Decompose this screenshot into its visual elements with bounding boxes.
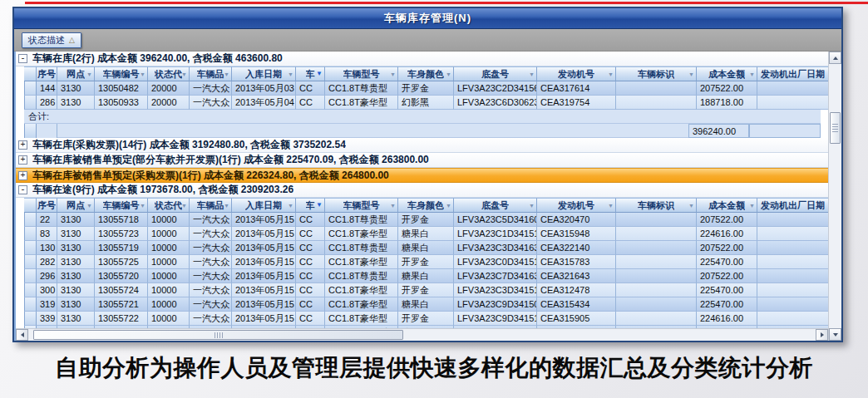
table-cell[interactable]: 2013年05月15 [232, 227, 296, 241]
table-cell[interactable]: 224616.00 [697, 312, 757, 326]
table-cell[interactable]: 2013年05月15 [232, 213, 296, 227]
table-cell[interactable]: 13055722 [95, 312, 148, 326]
table-row[interactable]: 28231301305572510000一汽大众2013年05月15CCCC1.… [24, 255, 828, 269]
table-cell[interactable]: 2013年05月03 [232, 81, 296, 96]
table-cell[interactable]: 3130 [57, 213, 95, 227]
vertical-scroll-track[interactable] [829, 64, 841, 328]
table-cell[interactable]: 一汽大众 [190, 269, 232, 283]
table-cell[interactable]: 20000 [148, 96, 190, 110]
table-cell[interactable]: 一汽大众 [190, 81, 232, 96]
column-header-3[interactable]: 状态代▼ [148, 198, 190, 213]
horizontal-scrollbar[interactable] [16, 328, 828, 341]
horizontal-scroll-thumb[interactable] [33, 330, 403, 340]
column-header-11[interactable]: 车辆标识▼ [616, 198, 697, 213]
table-cell[interactable]: LFV3A23C5D341609 [454, 213, 537, 227]
table-cell[interactable]: 225470.00 [697, 255, 757, 269]
vertical-scroll-thumb[interactable] [830, 112, 841, 144]
table-cell[interactable]: 10000 [148, 312, 190, 326]
row-selector[interactable] [24, 241, 37, 255]
filter-icon[interactable]: ▼ [529, 71, 535, 77]
row-selector[interactable] [24, 283, 37, 297]
table-cell[interactable]: 13055719 [95, 241, 148, 255]
column-header-5[interactable]: 入库日期▼ [232, 198, 296, 213]
group-row-purchase-invoice[interactable]: + 车辆在库(采购发票)(14行) 成本金额 3192480.80, 含税金额 … [16, 138, 828, 153]
table-cell[interactable]: 3130 [57, 269, 95, 283]
table-cell[interactable]: 225470.00 [697, 297, 757, 312]
table-cell[interactable]: 10000 [148, 255, 190, 269]
table-cell[interactable]: 13050482 [95, 81, 148, 96]
table-cell[interactable]: 188718.00 [697, 96, 757, 110]
table-cell[interactable] [616, 96, 697, 110]
table-cell[interactable]: CC1.8T尊贵型 [325, 269, 398, 283]
table-cell[interactable]: 3130 [57, 312, 95, 326]
filter-icon[interactable]: ▼ [316, 202, 323, 209]
table-cell[interactable]: LFV3A23C1D341515 [454, 227, 537, 241]
table-cell[interactable]: 224616.00 [697, 227, 757, 241]
row-selector[interactable] [24, 213, 37, 227]
table-cell[interactable]: 296 [37, 269, 57, 283]
filter-icon[interactable]: ▼ [181, 203, 187, 209]
filter-icon[interactable]: ▼ [288, 71, 293, 77]
table-cell[interactable]: 一汽大众 [190, 255, 232, 269]
table-cell[interactable]: 3130 [57, 241, 95, 255]
table-cell[interactable]: LFV3A23C9D341510 [454, 312, 537, 326]
collapse-icon[interactable]: - [18, 54, 27, 63]
table-row[interactable]: 31931301305572110000一汽大众2013年05月15CCCC1.… [24, 297, 828, 312]
collapse-icon[interactable]: - [18, 185, 27, 194]
filter-icon[interactable]: ▼ [390, 71, 396, 77]
column-header-10[interactable]: 发动机号▼ [537, 66, 616, 81]
filter-icon[interactable]: ▼ [529, 203, 535, 209]
table-cell[interactable]: 83 [37, 227, 57, 241]
table-row[interactable]: 2231301305571810000一汽大众2013年05月15CCCC1.8… [24, 213, 828, 227]
filter-icon[interactable]: ▼ [688, 203, 694, 209]
table-cell[interactable]: 10000 [148, 213, 190, 227]
table-cell[interactable]: 2013年05月04 [232, 96, 296, 110]
filter-icon[interactable]: ▼ [86, 71, 92, 77]
table-cell[interactable]: LFV3A23C7D341634 [454, 269, 537, 283]
table-cell[interactable]: CEA317614 [537, 81, 616, 96]
table-cell[interactable]: 130 [37, 241, 57, 255]
group-row-reserved-invoice-selected[interactable]: + 车辆在库被销售单预定(采购发票)(1行) 成本金额 226324.80, 含… [16, 168, 828, 183]
table-cell[interactable]: 2013年05月15 [232, 297, 296, 312]
column-header-1[interactable]: 网点▼ [57, 198, 95, 213]
table-cell[interactable]: 319 [37, 297, 57, 312]
table-cell[interactable]: 13055718 [95, 213, 148, 227]
table-cell[interactable]: 一汽大众 [190, 312, 232, 326]
table-cell[interactable]: 2013年05月15 [232, 241, 296, 255]
table-cell[interactable]: CC [296, 227, 325, 241]
column-header-7[interactable]: 车辆型号▼ [325, 66, 398, 81]
filter-icon[interactable]: ▼ [446, 71, 451, 77]
table-cell[interactable]: 开罗金 [398, 312, 454, 326]
table-cell[interactable]: 10000 [148, 297, 190, 312]
table-cell[interactable]: CC [296, 297, 325, 312]
table-cell[interactable]: LFV3A23C2D341561 [454, 81, 537, 96]
table-cell[interactable]: 2013年05月15 [232, 283, 296, 297]
table-cell[interactable]: CC [296, 312, 325, 326]
table-cell[interactable]: CC [296, 81, 325, 96]
table-cell[interactable] [616, 255, 697, 269]
filter-icon[interactable]: ▼ [86, 203, 92, 209]
table-cell[interactable]: CC1.8T尊贵型 [325, 241, 398, 255]
column-header-4[interactable]: 车辆品▼ [190, 66, 232, 81]
table-cell[interactable]: 10000 [148, 227, 190, 241]
table-cell[interactable]: 207522.00 [697, 241, 757, 255]
table-cell[interactable]: CC [296, 96, 325, 110]
column-header-0[interactable]: 序号 [37, 198, 57, 213]
table-cell[interactable]: 13050933 [95, 96, 148, 110]
table-cell[interactable]: 糖果白 [398, 241, 454, 255]
table-cell[interactable] [616, 283, 697, 297]
column-header-6[interactable]: 车▼ [296, 66, 325, 81]
table-cell[interactable]: 300 [37, 283, 57, 297]
table-cell[interactable]: 3130 [57, 283, 95, 297]
column-header-8[interactable]: 车身颜色▼ [398, 66, 454, 81]
table-cell[interactable]: 13055721 [95, 297, 148, 312]
table-cell[interactable]: LFV3A23C3D341517 [454, 283, 537, 297]
table-cell[interactable]: 2013年05月15 [232, 255, 296, 269]
column-header-8[interactable]: 车身颜色▼ [398, 198, 454, 213]
table-cell[interactable] [757, 269, 828, 283]
table-cell[interactable] [757, 96, 828, 110]
table-cell[interactable] [616, 81, 697, 96]
column-header-1[interactable]: 网点▼ [57, 66, 95, 81]
table-cell[interactable]: 糖果白 [398, 269, 454, 283]
table-row[interactable]: 28631301305093320000一汽大众2013年05月04CCCC1.… [24, 96, 828, 110]
